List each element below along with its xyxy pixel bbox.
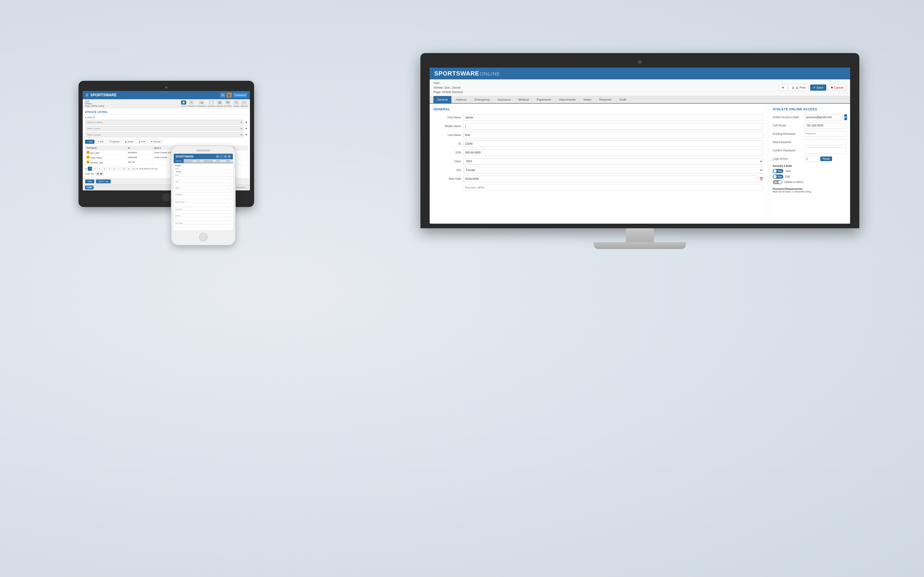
page-btn-5[interactable]: 5: [107, 167, 111, 171]
phone-user-icon[interactable]: 👤: [220, 155, 223, 158]
input-login-errors[interactable]: [804, 156, 819, 162]
phone-input-closed[interactable]: [175, 217, 231, 221]
cancel-button[interactable]: ✖ Cancel: [828, 84, 846, 91]
tab-notes[interactable]: Notes: [580, 96, 595, 103]
phone-tab-print[interactable]: Print: [193, 159, 203, 163]
pagination-next[interactable]: ►: [136, 168, 138, 170]
tab-required[interactable]: Required: [596, 96, 615, 103]
phone-input-first[interactable]: [175, 170, 231, 173]
tab-audit[interactable]: Audit: [615, 96, 630, 103]
phone-input-shortbill[interactable]: [175, 210, 231, 214]
send-email-button[interactable]: ✉: [844, 114, 847, 120]
print-athlete-button[interactable]: 🖨 Print: [137, 140, 148, 144]
input-lastname[interactable]: [464, 132, 763, 138]
filter-athlete-select[interactable]: Select an athlete...: [85, 120, 244, 125]
page-btn-2[interactable]: 2: [93, 167, 97, 171]
task-button[interactable]: Task: [85, 179, 94, 184]
toggle-view[interactable]: Yes: [773, 169, 783, 173]
access-row-email: Online Access e-Mail ✉: [773, 114, 846, 120]
phone-input-nametopay[interactable]: [175, 203, 231, 206]
tablet-filter-row-sport: Select a sport... ▼: [85, 126, 248, 131]
page-btn-1[interactable]: 1: [88, 167, 92, 171]
page-btn-6[interactable]: 6: [112, 167, 116, 171]
form-row-firstname: First Name: [433, 114, 763, 121]
input-id[interactable]: [464, 140, 763, 147]
page-btn-9[interactable]: 9: [127, 167, 131, 171]
page-size-select[interactable]: 20: [95, 172, 103, 176]
print-button[interactable]: 🖨 🖨 Print: [788, 84, 809, 91]
input-existing-password[interactable]: [804, 131, 846, 137]
phone-tab-general[interactable]: General: [174, 159, 184, 163]
phone-tab-background[interactable]: Background: [184, 159, 194, 163]
phone-input-shortsport[interactable]: [175, 224, 231, 228]
phone-tab-attachments[interactable]: Attachments: [203, 159, 213, 163]
save-button[interactable]: ✔ Save: [810, 84, 826, 91]
phone-tab-notes[interactable]: Notes: [213, 159, 223, 163]
reset-button[interactable]: Reset: [820, 156, 832, 161]
tablet-tool-surgery[interactable]: ✂ Surgery: [233, 100, 239, 107]
tablet-tool-medical[interactable]: 🏥 Medical: [216, 100, 223, 107]
phone-input-preferred[interactable]: [175, 195, 231, 199]
preview-athlete-button[interactable]: 👁 Preview: [149, 140, 163, 144]
hipaa-log-button[interactable]: HIPAA Log: [96, 179, 111, 184]
page-btn-4[interactable]: 4: [102, 167, 107, 171]
tablet-message-icon[interactable]: ✉: [220, 93, 225, 98]
phone-input-suffix[interactable]: [175, 189, 231, 193]
duplicate-athlete-button[interactable]: ❐ Duplicate: [107, 140, 122, 144]
tablet-tool-insurance[interactable]: 📄 Insurance: [207, 100, 215, 107]
input-email[interactable]: [804, 114, 842, 120]
phone-tab-audit[interactable]: Audit: [223, 159, 233, 163]
select-sex[interactable]: Female: [464, 167, 763, 173]
phone-message-icon[interactable]: ✉: [216, 155, 219, 158]
toggle-minor[interactable]: No: [773, 180, 782, 184]
select-class[interactable]: 2023: [464, 158, 763, 164]
tab-medical[interactable]: Medical: [515, 96, 533, 103]
tablet-tool-treatment[interactable]: ⚕ Treatment: [187, 100, 195, 107]
filter-sport-select[interactable]: Select a sport...: [85, 126, 244, 131]
input-middlename[interactable]: [464, 123, 763, 129]
phone-home-button[interactable]: [199, 233, 207, 241]
tab-paperwork[interactable]: Paperwork: [533, 96, 555, 103]
phone-cancel-icon[interactable]: ✖: [228, 155, 231, 158]
page-btn-10[interactable]: 10: [131, 167, 136, 171]
tab-attachments[interactable]: Attachments: [555, 96, 579, 103]
input-birthdate[interactable]: [464, 176, 757, 182]
input-new-password[interactable]: [804, 139, 846, 145]
page-btn-8[interactable]: 8: [122, 167, 126, 171]
page-btn-7[interactable]: 7: [117, 167, 121, 171]
edit-athlete-button[interactable]: ✎ Edit: [95, 140, 105, 144]
tablet-menu-icon[interactable]: ☰: [86, 93, 89, 97]
filter-group-select[interactable]: Select a group...: [85, 132, 244, 137]
tab-insurance[interactable]: Insurance: [494, 96, 514, 103]
tablet-user-icon[interactable]: 👤: [227, 93, 232, 98]
phone-input-first2[interactable]: [175, 176, 231, 180]
input-remarks[interactable]: [464, 184, 763, 191]
tab-general[interactable]: General: [433, 96, 451, 103]
input-ssn[interactable]: [464, 149, 763, 156]
input-firstname[interactable]: [464, 114, 763, 121]
pagination-prev[interactable]: ◄: [85, 168, 87, 170]
tablet-header-icons: ✉ 👤 Dashboard: [220, 93, 247, 98]
phone-save-icon[interactable]: ✔: [224, 155, 227, 158]
tablet-tool-forms[interactable]: 📋 Forms: [181, 100, 186, 107]
calendar-icon[interactable]: 📅: [759, 177, 763, 181]
delete-athlete-button[interactable]: 🗑 Delete: [123, 140, 136, 144]
phone-input-last[interactable]: [175, 182, 231, 186]
input-confirm-password[interactable]: [804, 147, 846, 153]
tablet-tool-medications[interactable]: 💊 Medications: [197, 100, 207, 107]
tablet-tool-signout[interactable]: → Sign Out: [241, 100, 248, 107]
show-all-toggle[interactable]: ● Show All: [85, 116, 95, 119]
phone-speaker: [196, 150, 210, 152]
phone: SPORTSWARE ✉ 👤 ✔ ✖ General Background Pr…: [171, 145, 236, 245]
toggle-edit[interactable]: Yes: [773, 174, 783, 179]
tablet-home-button[interactable]: [162, 193, 170, 201]
page-btn-3[interactable]: 3: [97, 167, 102, 171]
tablet-dashboard-btn[interactable]: Dashboard: [233, 93, 247, 98]
group-dropdown-icon: ▼: [245, 133, 248, 136]
tab-emergency[interactable]: Emergency: [471, 96, 493, 103]
tablet-tool-rxorders[interactable]: Rx Rx Orders: [224, 100, 232, 107]
message-button[interactable]: ✉: [779, 84, 787, 91]
input-cellphone[interactable]: [804, 122, 846, 129]
tab-address[interactable]: Address: [452, 96, 470, 103]
add-athlete-button[interactable]: + Add: [85, 140, 94, 144]
